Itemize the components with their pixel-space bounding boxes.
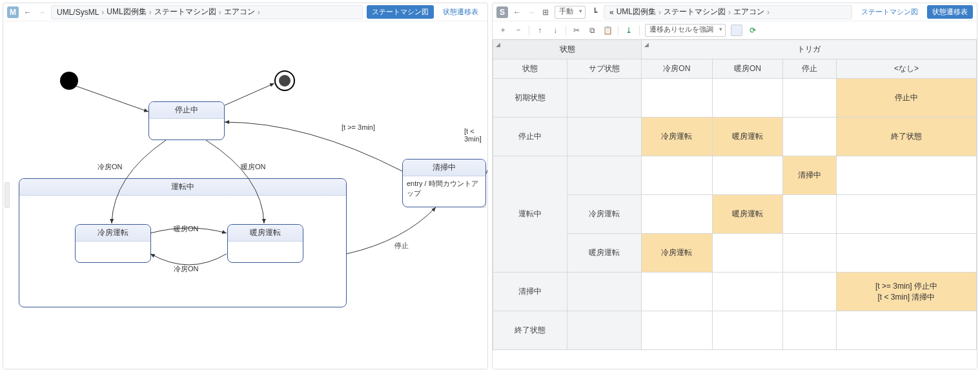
copy-icon[interactable]: ⧉ <box>587 25 597 36</box>
paste-icon[interactable]: 📋 <box>602 25 613 36</box>
table-cell[interactable] <box>783 118 837 156</box>
col-1: 暖房ON <box>712 59 783 79</box>
state-running[interactable]: 運転中 冷房運転 暖房運転 <box>19 178 347 307</box>
table-cell[interactable]: 冷房運転 <box>642 234 713 273</box>
crumb-r0[interactable]: UML図例集 <box>617 6 656 17</box>
state-cool[interactable]: 冷房運転 <box>75 224 151 263</box>
table-cell[interactable]: 清掃中 <box>783 156 837 195</box>
table-view-icon[interactable] <box>731 25 742 36</box>
row-substate <box>567 311 642 350</box>
table-toolbar2: ＋ － ↑ ↓ ✂ ⧉ 📋 ⤓ 遷移ありセルを強調 ⟳ <box>493 21 977 39</box>
state-clean-entry: entry / 時間カウントアップ <box>403 176 485 201</box>
table-row: 運転中清掃中 <box>493 156 977 195</box>
transition-table[interactable]: ◢ 状態 ◢ トリガ 状態 サブ状態 冷房ON 暖房ON 停止 <なし> 初期状… <box>493 39 977 350</box>
add-icon[interactable]: ＋ <box>498 25 508 36</box>
cut-icon[interactable]: ✂ <box>571 25 582 36</box>
highlight-select[interactable]: 遷移ありセルを強調 <box>645 24 726 37</box>
table-cell[interactable] <box>712 273 783 311</box>
tab-statemachine-r[interactable]: ステートマシン図 <box>856 5 923 19</box>
remove-icon[interactable]: － <box>513 25 524 36</box>
table-cell[interactable] <box>836 156 976 195</box>
table-cell[interactable] <box>712 311 783 350</box>
crumb-r2[interactable]: エアコン <box>733 6 764 17</box>
edge-label-guard-lt: [t < 3min] <box>463 127 487 143</box>
crumb-prefix: « <box>609 8 614 17</box>
crumb-2[interactable]: ステートマシン図 <box>154 6 216 17</box>
state-heat[interactable]: 暖房運転 <box>227 224 303 263</box>
down-icon[interactable]: ↓ <box>550 25 560 36</box>
tab-transitiontable-r[interactable]: 状態遷移表 <box>927 5 973 19</box>
header-trigger: トリガ <box>797 45 821 54</box>
row-substate: 暖房運転 <box>567 234 642 273</box>
export-excel-icon[interactable]: ⤓ <box>624 25 634 36</box>
crumb-1[interactable]: UML図例集 <box>107 6 146 17</box>
table-cell[interactable] <box>642 195 713 234</box>
table-cell[interactable] <box>712 79 783 118</box>
col-2: 停止 <box>783 59 837 79</box>
crumb-r1[interactable]: ステートマシン図 <box>664 6 726 17</box>
table-cell[interactable]: 終了状態 <box>836 118 976 156</box>
forward-button[interactable]: → <box>37 7 47 17</box>
table-cell[interactable] <box>836 234 976 273</box>
row-substate <box>567 79 642 118</box>
table-cell[interactable] <box>642 273 713 311</box>
back-button-r[interactable]: ← <box>512 7 522 17</box>
expand-state-icon[interactable]: ◢ <box>496 41 500 48</box>
breadcrumb[interactable]: UML/SysML› UML図例集› ステートマシン図› エアコン› <box>51 5 363 19</box>
state-stopped[interactable]: 停止中 <box>148 101 225 140</box>
header-sub: サブ状態 <box>567 59 642 79</box>
diagram-toolbar: M ← → UML/SysML› UML図例集› ステートマシン図› エアコン›… <box>3 3 487 21</box>
breadcrumb-r[interactable]: « UML図例集› ステートマシン図› エアコン› <box>604 5 852 19</box>
state-clean[interactable]: 清掃中 entry / 時間カウントアップ <box>402 159 486 207</box>
table-cell[interactable] <box>712 234 783 273</box>
table-cell[interactable] <box>783 311 837 350</box>
state-running-title: 運転中 <box>19 179 346 196</box>
crumb-0[interactable]: UML/SysML <box>57 8 99 17</box>
table-toolbar: S ← → ⊞ 手動 ┗ « UML図例集› ステートマシン図› エアコン› ス… <box>493 3 977 21</box>
table-cell[interactable]: 冷房運転 <box>642 118 713 156</box>
header-state2: 状態 <box>493 59 567 79</box>
state-cool-title: 冷房運転 <box>76 225 150 242</box>
row-substate: 冷房運転 <box>567 195 642 234</box>
expand-trigger-icon[interactable]: ◢ <box>644 41 649 48</box>
table-cell[interactable] <box>783 273 837 311</box>
row-state: 停止中 <box>493 118 567 156</box>
refresh-icon[interactable]: ⟳ <box>748 25 758 36</box>
table-cell[interactable] <box>783 195 837 234</box>
table-cell[interactable] <box>642 156 713 195</box>
scroll-left-handle[interactable] <box>5 182 10 208</box>
edge-label-guard-ge: [t >= 3min] <box>340 123 376 131</box>
table-cell[interactable] <box>836 195 976 234</box>
table-cell[interactable]: 暖房運転 <box>712 118 783 156</box>
final-node[interactable] <box>274 70 295 91</box>
initial-node[interactable] <box>60 72 78 90</box>
table-cell[interactable]: 停止中 <box>836 79 976 118</box>
row-substate <box>567 118 642 156</box>
layout-icon[interactable]: ⊞ <box>540 7 551 17</box>
table-cell[interactable] <box>712 156 783 195</box>
row-state: 終了状態 <box>493 311 567 350</box>
diagram-pane: M ← → UML/SysML› UML図例集› ステートマシン図› エアコン›… <box>3 3 488 369</box>
table-cell[interactable] <box>836 311 976 350</box>
up-icon[interactable]: ↑ <box>535 25 545 36</box>
table-cell[interactable] <box>642 79 713 118</box>
table-cell[interactable]: [t >= 3min] 停止中[t < 3min] 清掃中 <box>836 273 976 311</box>
table-cell[interactable]: 暖房運転 <box>712 195 783 234</box>
table-cell[interactable] <box>783 79 837 118</box>
tab-statemachine[interactable]: ステートマシン図 <box>367 5 434 19</box>
tree-icon[interactable]: ┗ <box>589 7 600 17</box>
layout-select[interactable]: 手動 <box>555 6 586 19</box>
col-0: 冷房ON <box>642 59 713 79</box>
table-cell[interactable] <box>783 234 837 273</box>
crumb-3[interactable]: エアコン <box>224 6 255 17</box>
transition-table-wrap: ◢ 状態 ◢ トリガ 状態 サブ状態 冷房ON 暖房ON 停止 <なし> 初期状… <box>493 39 977 369</box>
table-row: 初期状態停止中 <box>493 79 977 118</box>
edge-label-stop: 停止 <box>393 241 410 251</box>
back-button[interactable]: ← <box>23 7 33 17</box>
tab-transitiontable[interactable]: 状態遷移表 <box>438 5 484 19</box>
row-substate <box>567 156 642 195</box>
diagram-canvas[interactable]: 停止中 運転中 冷房運転 暖房運転 清掃中 entry / 時間カウントアップ … <box>3 21 487 369</box>
forward-button-r[interactable]: → <box>526 7 536 17</box>
table-cell[interactable] <box>642 311 713 350</box>
table-row: 清掃中[t >= 3min] 停止中[t < 3min] 清掃中 <box>493 273 977 311</box>
